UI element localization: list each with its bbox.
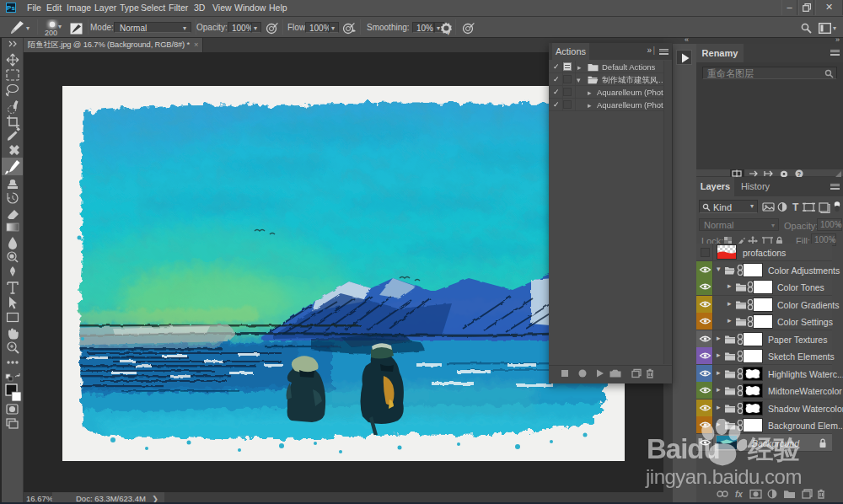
svg-text:?: ? — [797, 171, 801, 177]
svg-text:fx: fx — [735, 490, 743, 499]
svg-text:T: T — [792, 201, 799, 213]
